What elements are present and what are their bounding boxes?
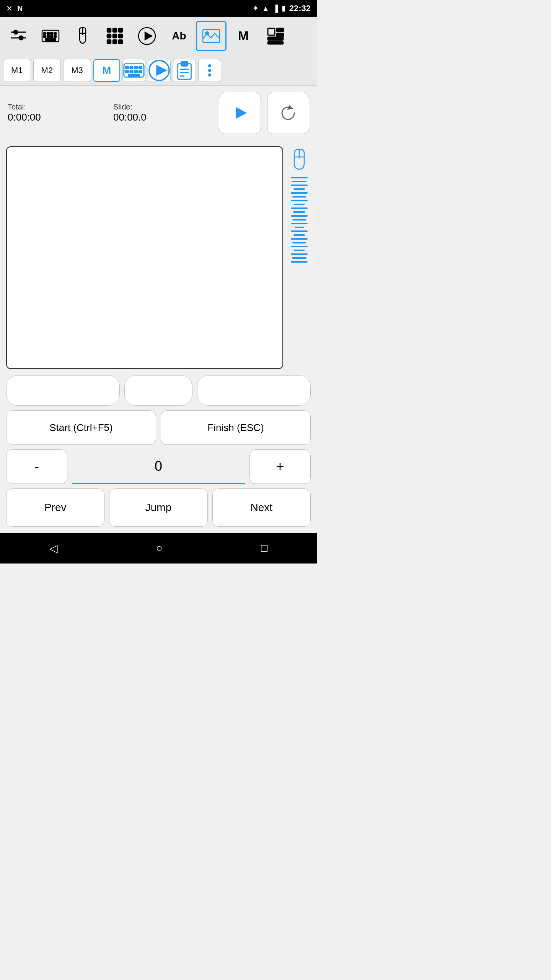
svg-rect-20 (113, 34, 117, 38)
svg-point-28 (205, 32, 209, 35)
status-bar: ✕ N ✦ ▲ ▐ ▮ 22:32 (0, 0, 317, 17)
svg-marker-52 (288, 106, 292, 109)
svg-rect-16 (107, 28, 111, 32)
svg-rect-18 (119, 28, 122, 32)
svg-rect-5 (44, 33, 46, 34)
menu-bar-icon[interactable] (260, 21, 291, 51)
svg-rect-30 (277, 28, 284, 31)
svg-rect-17 (113, 28, 117, 32)
mouse-icon[interactable] (67, 21, 98, 51)
finish-button[interactable]: Finish (ESC) (161, 410, 311, 445)
scroll-indicator[interactable] (288, 146, 311, 369)
keyboard-icon[interactable] (35, 21, 66, 51)
annot-btn-2[interactable] (124, 375, 193, 406)
svg-rect-31 (277, 33, 284, 36)
image-icon[interactable] (196, 21, 227, 51)
top-toolbar: Ab M (0, 17, 317, 55)
svg-rect-32 (268, 37, 283, 40)
next-button[interactable]: Next (212, 488, 311, 527)
wifi-icon: ▲ (262, 5, 269, 13)
ab-text: Ab (172, 30, 186, 42)
svg-rect-24 (119, 40, 122, 44)
decrement-button[interactable]: - (6, 449, 67, 484)
svg-marker-45 (157, 66, 166, 75)
slide-preview (6, 146, 283, 369)
scroll-mouse-icon (290, 148, 309, 172)
tab-play[interactable] (148, 59, 171, 82)
numpad-icon[interactable] (99, 21, 130, 51)
back-button[interactable]: ◁ (49, 542, 58, 555)
svg-rect-7 (51, 33, 53, 34)
slide-value: 00:00.0 (113, 111, 211, 123)
bluetooth-icon: ✦ (253, 4, 258, 13)
svg-rect-21 (119, 34, 122, 38)
tab-clipboard[interactable] (173, 59, 196, 82)
m-bold-icon[interactable]: M (228, 21, 259, 51)
total-value: 0:00:00 (8, 111, 106, 123)
timer-controls (219, 92, 309, 134)
svg-point-3 (19, 36, 23, 40)
counter-input[interactable] (72, 449, 245, 484)
svg-marker-51 (236, 107, 247, 119)
annot-btn-3[interactable] (197, 375, 311, 406)
notification-x-icon: ✕ (6, 4, 13, 13)
timer-section: Total: 0:00:00 Slide: 00:00.0 (0, 86, 317, 140)
prev-button[interactable]: Prev (6, 488, 104, 527)
play-icon[interactable] (132, 21, 162, 51)
svg-rect-13 (46, 39, 55, 41)
svg-point-1 (14, 30, 18, 34)
text-ab-icon[interactable]: Ab (164, 21, 194, 51)
svg-rect-11 (51, 36, 53, 38)
svg-rect-9 (44, 36, 46, 38)
svg-rect-35 (126, 66, 128, 69)
svg-rect-12 (54, 36, 56, 38)
m-bold-label: M (238, 28, 249, 43)
svg-rect-6 (47, 33, 49, 34)
tab-m-active[interactable]: M (93, 59, 120, 82)
annotation-row (0, 375, 317, 410)
svg-rect-38 (139, 66, 142, 69)
scroll-lines (291, 177, 308, 263)
svg-rect-37 (134, 66, 137, 69)
increment-button[interactable]: + (249, 449, 311, 484)
annot-btn-1[interactable] (6, 375, 120, 406)
tab-m2[interactable]: M2 (33, 59, 61, 82)
svg-marker-26 (145, 32, 152, 40)
jump-button[interactable]: Jump (109, 488, 207, 527)
clock: 22:32 (289, 3, 311, 13)
status-left: ✕ N (6, 4, 23, 13)
mixer-icon[interactable] (3, 21, 34, 51)
total-timer: Total: 0:00:00 (8, 103, 106, 123)
svg-rect-23 (113, 40, 117, 44)
svg-rect-41 (134, 70, 137, 73)
tab-more[interactable] (198, 59, 221, 82)
mode-tabs: M1 M2 M3 M (0, 55, 317, 86)
status-right: ✦ ▲ ▐ ▮ 22:32 (253, 3, 311, 13)
total-label: Total: (8, 103, 106, 111)
reset-button[interactable] (267, 92, 309, 134)
notification-n-icon: N (17, 4, 23, 13)
svg-rect-36 (130, 66, 133, 69)
battery-icon: ▮ (282, 4, 285, 13)
android-nav-bar: ◁ ○ □ (0, 533, 317, 564)
svg-rect-19 (107, 34, 111, 38)
tab-m1[interactable]: M1 (3, 59, 31, 82)
play-button[interactable] (219, 92, 261, 134)
svg-rect-43 (128, 74, 139, 77)
svg-rect-39 (126, 70, 128, 73)
svg-rect-42 (139, 70, 142, 73)
action-row: Start (Ctrl+F5) Finish (ESC) (0, 410, 317, 449)
svg-rect-22 (107, 40, 111, 44)
svg-rect-8 (54, 33, 56, 34)
start-button[interactable]: Start (Ctrl+F5) (6, 410, 156, 445)
content-area (0, 140, 317, 375)
svg-rect-33 (268, 42, 283, 44)
svg-rect-29 (268, 28, 275, 35)
tab-keyboard[interactable] (122, 59, 145, 82)
recent-button[interactable]: □ (261, 542, 267, 554)
home-button[interactable]: ○ (156, 542, 163, 554)
svg-rect-40 (130, 70, 133, 73)
tab-m3[interactable]: M3 (63, 59, 91, 82)
slide-label: Slide: (113, 103, 211, 111)
signal-icon: ▐ (273, 5, 278, 13)
